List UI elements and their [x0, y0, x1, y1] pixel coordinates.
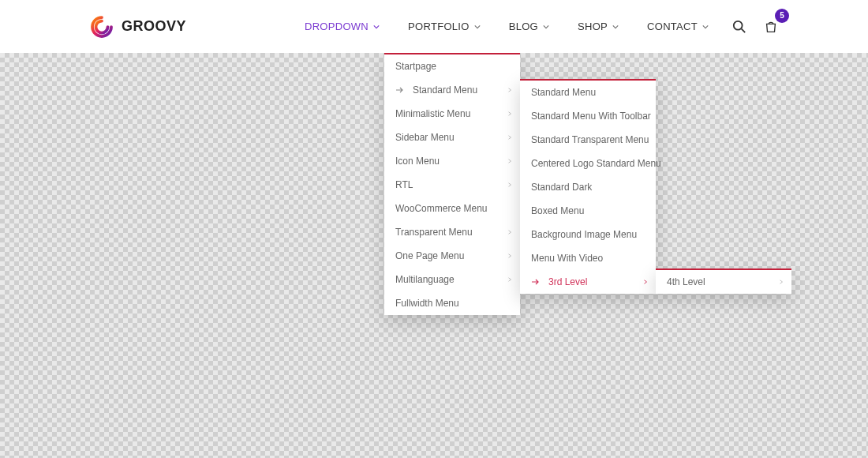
menu-label: Fullwidth Menu: [395, 298, 459, 309]
menu-item-woocommerce[interactable]: WooCommerce Menu: [384, 197, 520, 220]
nav-label: DROPDOWN: [305, 21, 369, 32]
chevron-right-icon: [507, 111, 512, 116]
nav-label: BLOG: [509, 21, 538, 32]
menu-item-std-dark[interactable]: Standard Dark: [520, 175, 656, 199]
menu-label: Minimalistic Menu: [395, 108, 470, 119]
chevron-right-icon: [507, 88, 512, 92]
menu-label: Icon Menu: [395, 156, 440, 167]
menu-label: One Page Menu: [395, 250, 464, 261]
brand-text: GROOVY: [122, 18, 186, 35]
logo-block[interactable]: GROOVY: [90, 15, 186, 39]
main-nav: DROPDOWN PORTFOLIO BLOG SHOP CONTACT: [290, 0, 868, 53]
menu-item-std[interactable]: Standard Menu: [520, 81, 656, 104]
cart-icon[interactable]: 5: [764, 20, 778, 34]
menu-label: RTL: [395, 179, 413, 190]
menu-item-video[interactable]: Menu With Video: [520, 246, 656, 270]
menu-item-rtl[interactable]: RTL: [384, 173, 520, 197]
menu-item-4th-level[interactable]: 4th Level: [656, 270, 791, 294]
menu-label: Startpage: [395, 61, 436, 72]
chevron-right-icon: [507, 277, 512, 282]
menu-label: Sidebar Menu: [395, 132, 455, 143]
chevron-down-icon: [612, 24, 619, 30]
menu-item-std-transparent[interactable]: Standard Transparent Menu: [520, 128, 656, 152]
dropdown-panel-level2: Standard Menu Standard Menu With Toolbar…: [520, 79, 656, 294]
header-icons: 5: [732, 20, 778, 34]
menu-label: WooCommerce Menu: [395, 203, 487, 214]
menu-label: Standard Menu With Toolbar: [531, 111, 651, 122]
chevron-right-icon: [507, 182, 512, 187]
svg-point-0: [734, 21, 743, 29]
chevron-right-icon: [643, 280, 648, 284]
arrow-right-icon: [531, 279, 541, 285]
menu-label: Standard Menu: [413, 84, 477, 96]
chevron-down-icon: [373, 24, 380, 30]
menu-label: Transparent Menu: [395, 227, 473, 238]
chevron-right-icon: [507, 253, 512, 258]
nav-item-portfolio[interactable]: PORTFOLIO: [394, 0, 495, 53]
chevron-right-icon: [507, 159, 512, 163]
menu-item-std-toolbar[interactable]: Standard Menu With Toolbar: [520, 104, 656, 128]
nav-item-blog[interactable]: BLOG: [495, 0, 563, 53]
search-icon[interactable]: [732, 20, 746, 34]
menu-item-startpage[interactable]: Startpage: [384, 54, 520, 78]
menu-label: Standard Menu: [531, 87, 596, 98]
menu-label: Centered Logo Standard Menu: [531, 158, 661, 169]
nav-label: SHOP: [578, 21, 608, 32]
menu-label: Multilanguage: [395, 274, 455, 285]
menu-item-bgimage[interactable]: Background Image Menu: [520, 223, 656, 246]
menu-label: Menu With Video: [531, 253, 603, 264]
menu-label: 3rd Level: [548, 276, 587, 287]
menu-item-centered-logo[interactable]: Centered Logo Standard Menu: [520, 152, 656, 175]
menu-item-sidebar[interactable]: Sidebar Menu: [384, 126, 520, 149]
menu-label: Standard Dark: [531, 182, 592, 193]
menu-label: Boxed Menu: [531, 205, 584, 216]
dropdown-panel-level1: Startpage Standard Menu Minimalistic Men…: [384, 53, 520, 315]
menu-item-onepage[interactable]: One Page Menu: [384, 244, 520, 268]
cart-badge: 5: [775, 9, 789, 23]
menu-label: 4th Level: [667, 276, 705, 287]
site-header: GROOVY DROPDOWN PORTFOLIO BLOG SHOP: [0, 0, 868, 53]
arrow-right-icon: [395, 87, 405, 93]
chevron-right-icon: [779, 280, 784, 284]
chevron-down-icon: [543, 24, 549, 30]
menu-item-standard-menu[interactable]: Standard Menu: [384, 78, 520, 102]
dropdown-panel-level3: 4th Level: [656, 268, 791, 294]
nav-label: PORTFOLIO: [408, 21, 470, 32]
chevron-down-icon: [474, 24, 481, 30]
menu-item-icon[interactable]: Icon Menu: [384, 149, 520, 173]
menu-label: Background Image Menu: [531, 229, 637, 240]
menu-item-transparent[interactable]: Transparent Menu: [384, 220, 520, 244]
menu-label: Standard Transparent Menu: [531, 134, 649, 145]
nav-item-dropdown[interactable]: DROPDOWN: [290, 0, 394, 53]
chevron-right-icon: [507, 135, 512, 140]
nav-item-contact[interactable]: CONTACT: [633, 0, 723, 53]
nav-label: CONTACT: [647, 21, 698, 32]
menu-item-multilanguage[interactable]: Multilanguage: [384, 268, 520, 291]
menu-item-3rd-level[interactable]: 3rd Level: [520, 270, 656, 294]
chevron-right-icon: [507, 230, 512, 235]
menu-item-fullwidth[interactable]: Fullwidth Menu: [384, 291, 520, 315]
menu-item-minimalistic[interactable]: Minimalistic Menu: [384, 102, 520, 126]
logo-icon: [90, 15, 114, 39]
chevron-down-icon: [702, 24, 709, 30]
menu-item-boxed[interactable]: Boxed Menu: [520, 199, 656, 223]
nav-item-shop[interactable]: SHOP: [563, 0, 633, 53]
